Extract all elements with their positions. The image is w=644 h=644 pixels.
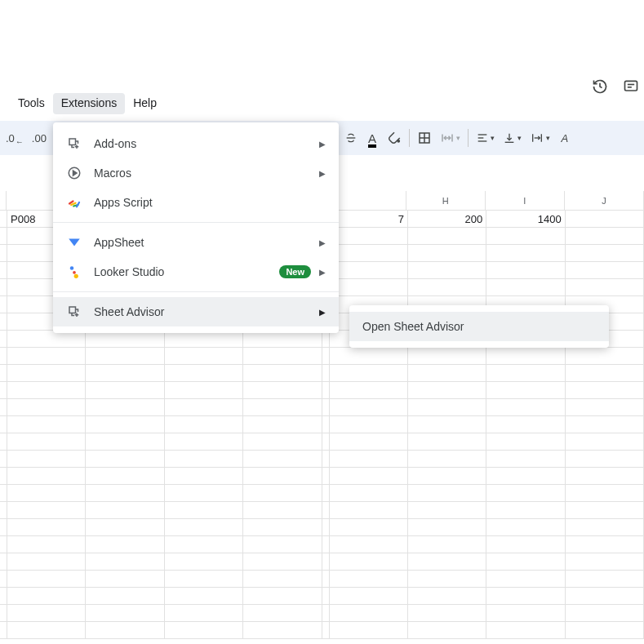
menu-item-label: AppSheet [94, 236, 319, 249]
cell[interactable]: 7 [330, 211, 408, 227]
menubar: Tools Extensions Help [0, 93, 644, 114]
column-header-i[interactable]: I [486, 191, 565, 210]
chevron-right-icon: ▶ [319, 238, 326, 247]
increase-decimal-button[interactable]: .00 [28, 127, 51, 149]
menu-separator [53, 222, 339, 223]
strikethrough-button[interactable] [340, 127, 362, 149]
menu-item-open-sheet-advisor[interactable]: Open Sheet Advisor [349, 312, 609, 341]
macros-icon [66, 165, 82, 181]
svg-point-22 [73, 271, 76, 274]
menu-item-looker-studio[interactable]: Looker Studio New ▶ [53, 257, 339, 286]
chevron-down-icon: ▾ [491, 134, 495, 142]
svg-rect-24 [69, 307, 76, 313]
menu-extensions[interactable]: Extensions [53, 93, 125, 114]
menu-item-label: Apps Script [94, 196, 326, 209]
text-rotation-button[interactable]: A [554, 127, 575, 149]
toolbar-separator [409, 129, 410, 147]
menu-item-label: Sheet Advisor [94, 305, 319, 318]
menu-item-addons[interactable]: Add-ons ▶ [53, 129, 339, 158]
text-color-button[interactable]: A [362, 127, 383, 149]
svg-point-21 [70, 266, 74, 270]
svg-rect-16 [69, 139, 76, 145]
horizontal-align-button[interactable]: ▾ [472, 127, 499, 149]
wrap-text-button[interactable]: ▾ [526, 127, 554, 149]
column-header-h[interactable]: H [406, 191, 486, 210]
menu-tools[interactable]: Tools [10, 93, 53, 114]
menu-help[interactable]: Help [125, 93, 165, 114]
menu-item-appsheet[interactable]: AppSheet ▶ [53, 228, 339, 257]
svg-marker-20 [73, 171, 78, 175]
chevron-down-icon: ▾ [546, 134, 550, 142]
merge-cells-button[interactable]: ▾ [436, 127, 464, 149]
column-header-j[interactable]: J [565, 191, 644, 210]
svg-rect-0 [625, 81, 637, 91]
svg-point-4 [398, 140, 399, 142]
menu-item-label: Macros [94, 167, 319, 180]
sheet-advisor-submenu: Open Sheet Advisor [349, 305, 609, 348]
chevron-right-icon: ▶ [319, 268, 326, 277]
decrease-decimal-button[interactable]: .0← [2, 127, 28, 149]
menu-item-label: Open Sheet Advisor [362, 320, 464, 333]
chevron-right-icon: ▶ [319, 140, 326, 149]
addons-icon [66, 135, 82, 152]
looker-icon [66, 264, 82, 280]
new-badge: New [279, 265, 311, 278]
chevron-right-icon: ▶ [319, 169, 326, 178]
extensions-dropdown: Add-ons ▶ Macros ▶ Apps Script AppSheet … [53, 122, 339, 333]
cell[interactable]: 200 [408, 211, 486, 227]
fill-color-button[interactable] [383, 127, 406, 149]
menu-item-apps-script[interactable]: Apps Script [53, 188, 339, 217]
menu-separator [53, 291, 339, 292]
comments-icon[interactable] [623, 78, 639, 95]
menu-item-label: Looker Studio [94, 265, 279, 278]
appsheet-icon [66, 234, 82, 251]
menu-item-label: Add-ons [94, 137, 319, 150]
toolbar-separator [468, 129, 469, 147]
vertical-align-button[interactable]: ▾ [499, 127, 526, 149]
addons-icon [66, 304, 82, 320]
menu-item-sheet-advisor[interactable]: Sheet Advisor ▶ [53, 297, 339, 326]
cell[interactable]: 1400 [486, 211, 565, 227]
apps-script-icon [66, 194, 82, 211]
chevron-right-icon: ▶ [319, 308, 326, 317]
borders-button[interactable] [413, 127, 436, 149]
menu-item-macros[interactable]: Macros ▶ [53, 158, 339, 188]
svg-point-23 [74, 274, 78, 278]
history-icon[interactable] [592, 78, 608, 95]
chevron-down-icon: ▾ [456, 134, 460, 142]
chevron-down-icon: ▾ [517, 134, 522, 142]
